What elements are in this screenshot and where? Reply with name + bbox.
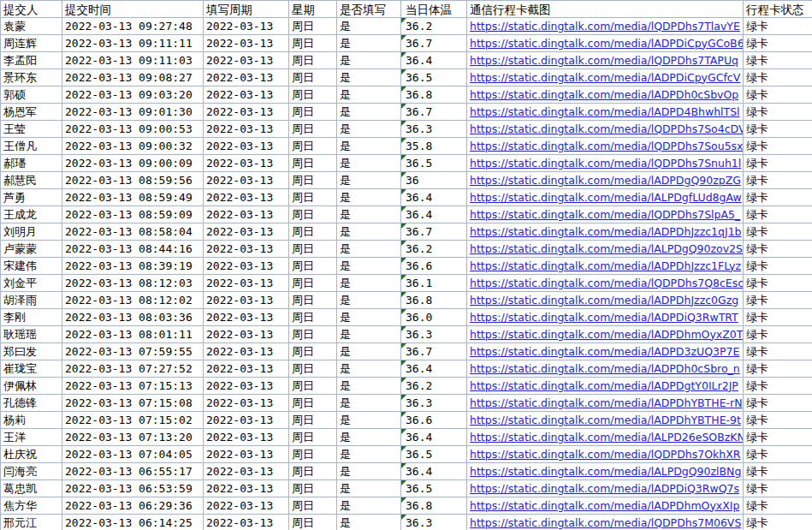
cell-temp[interactable]: 36.6	[401, 258, 467, 275]
cell-name[interactable]: 郑曰发	[1, 343, 62, 360]
cell-status[interactable]: 绿卡	[744, 52, 812, 69]
itinerary-card-link[interactable]: https://static.dingtalk.com/media/lALPDg…	[470, 242, 743, 255]
itinerary-card-link[interactable]: https://static.dingtalk.com/media/lADPDh…	[470, 499, 739, 512]
cell-temp[interactable]: 36.5	[401, 480, 467, 497]
cell-url[interactable]: https://static.dingtalk.com/media/lQDPDh…	[467, 155, 744, 172]
cell-temp[interactable]: 36.0	[401, 309, 467, 326]
itinerary-card-link[interactable]: https://static.dingtalk.com/media/lADPDi…	[470, 37, 744, 50]
cell-weekday[interactable]: 周日	[289, 258, 337, 275]
cell-time[interactable]: 2022-03-13 08:59:56	[62, 172, 204, 189]
cell-period[interactable]: 2022-03-13	[204, 360, 289, 378]
cell-temp[interactable]: 36.7	[401, 223, 467, 241]
cell-name[interactable]: 李孟阳	[1, 52, 62, 69]
cell-weekday[interactable]: 周日	[289, 360, 337, 378]
cell-url[interactable]: https://static.dingtalk.com/media/lQDPDh…	[467, 515, 744, 530]
cell-time[interactable]: 2022-03-13 09:01:30	[62, 104, 204, 121]
cell-weekday[interactable]: 周日	[289, 463, 337, 480]
cell-status[interactable]: 绿卡	[744, 206, 812, 223]
cell-temp[interactable]: 36.5	[401, 69, 467, 86]
cell-status[interactable]: 绿卡	[744, 275, 812, 292]
cell-url[interactable]: https://static.dingtalk.com/media/lALPDg…	[467, 189, 744, 206]
cell-time[interactable]: 2022-03-13 08:58:04	[62, 223, 204, 241]
cell-weekday[interactable]: 周日	[289, 326, 337, 343]
cell-temp[interactable]: 36.4	[401, 360, 467, 378]
cell-url[interactable]: https://static.dingtalk.com/media/lQDPDh…	[467, 206, 744, 223]
cell-weekday[interactable]: 周日	[289, 86, 337, 104]
cell-time[interactable]: 2022-03-13 09:08:27	[62, 69, 204, 86]
cell-filled[interactable]: 是	[337, 326, 401, 343]
cell-filled[interactable]: 是	[337, 86, 401, 104]
cell-weekday[interactable]: 周日	[289, 497, 337, 515]
cell-url[interactable]: https://static.dingtalk.com/media/lQDPDh…	[467, 446, 744, 463]
cell-time[interactable]: 2022-03-13 08:12:02	[62, 292, 204, 309]
cell-url[interactable]: https://static.dingtalk.com/media/lADPDg…	[467, 172, 744, 189]
cell-status[interactable]: 绿卡	[744, 515, 812, 530]
cell-status[interactable]: 绿卡	[744, 360, 812, 378]
cell-weekday[interactable]: 周日	[289, 480, 337, 497]
cell-temp[interactable]: 36.7	[401, 343, 467, 360]
cell-filled[interactable]: 是	[337, 429, 401, 446]
cell-temp[interactable]: 36.3	[401, 515, 467, 530]
itinerary-card-link[interactable]: https://static.dingtalk.com/media/lADPD3…	[470, 345, 739, 358]
cell-period[interactable]: 2022-03-13	[204, 343, 289, 360]
header-temp[interactable]: 当日体温	[401, 1, 467, 18]
cell-period[interactable]: 2022-03-13	[204, 378, 289, 395]
cell-status[interactable]: 绿卡	[744, 309, 812, 326]
cell-weekday[interactable]: 周日	[289, 206, 337, 223]
cell-name[interactable]: 杨莉	[1, 412, 62, 429]
cell-weekday[interactable]: 周日	[289, 104, 337, 121]
itinerary-card-link[interactable]: https://static.dingtalk.com/media/lADPDh…	[470, 259, 741, 272]
cell-time[interactable]: 2022-03-13 07:27:52	[62, 360, 204, 378]
cell-name[interactable]: 郝璠	[1, 155, 62, 172]
cell-time[interactable]: 2022-03-13 08:59:49	[62, 189, 204, 206]
cell-filled[interactable]: 是	[337, 52, 401, 69]
cell-period[interactable]: 2022-03-13	[204, 223, 289, 241]
cell-temp[interactable]: 36.8	[401, 497, 467, 515]
cell-time[interactable]: 2022-03-13 07:04:05	[62, 446, 204, 463]
cell-filled[interactable]: 是	[337, 121, 401, 138]
cell-status[interactable]: 绿卡	[744, 378, 812, 395]
cell-period[interactable]: 2022-03-13	[204, 480, 289, 497]
cell-period[interactable]: 2022-03-13	[204, 104, 289, 121]
itinerary-card-link[interactable]: https://static.dingtalk.com/media/lQDPDh…	[470, 122, 744, 135]
cell-name[interactable]: 刘金平	[1, 275, 62, 292]
cell-url[interactable]: https://static.dingtalk.com/media/lADPDi…	[467, 309, 744, 326]
cell-temp[interactable]: 36.4	[401, 189, 467, 206]
cell-time[interactable]: 2022-03-13 07:59:55	[62, 343, 204, 360]
cell-url[interactable]: https://static.dingtalk.com/media/lADPDh…	[467, 292, 744, 309]
cell-filled[interactable]: 是	[337, 497, 401, 515]
cell-period[interactable]: 2022-03-13	[204, 241, 289, 258]
cell-weekday[interactable]: 周日	[289, 412, 337, 429]
itinerary-card-link[interactable]: https://static.dingtalk.com/media/lADPDi…	[470, 311, 738, 324]
cell-period[interactable]: 2022-03-13	[204, 69, 289, 86]
cell-name[interactable]: 王僧凡	[1, 138, 62, 155]
cell-temp[interactable]: 36.3	[401, 326, 467, 343]
cell-name[interactable]: 袁蒙	[1, 18, 62, 35]
cell-status[interactable]: 绿卡	[744, 138, 812, 155]
cell-url[interactable]: https://static.dingtalk.com/media/lADPDi…	[467, 69, 744, 86]
cell-name[interactable]: 闫海亮	[1, 463, 62, 480]
cell-name[interactable]: 杨恩军	[1, 104, 62, 121]
cell-url[interactable]: https://static.dingtalk.com/media/lADPDh…	[467, 395, 744, 412]
cell-time[interactable]: 2022-03-13 09:00:53	[62, 121, 204, 138]
cell-period[interactable]: 2022-03-13	[204, 292, 289, 309]
cell-period[interactable]: 2022-03-13	[204, 395, 289, 412]
cell-temp[interactable]: 36.5	[401, 155, 467, 172]
cell-weekday[interactable]: 周日	[289, 155, 337, 172]
cell-period[interactable]: 2022-03-13	[204, 275, 289, 292]
header-time[interactable]: 提交时间	[62, 1, 204, 18]
cell-temp[interactable]: 36.2	[401, 378, 467, 395]
cell-weekday[interactable]: 周日	[289, 223, 337, 241]
cell-filled[interactable]: 是	[337, 412, 401, 429]
cell-weekday[interactable]: 周日	[289, 292, 337, 309]
cell-time[interactable]: 2022-03-13 09:27:48	[62, 18, 204, 35]
cell-time[interactable]: 2022-03-13 09:00:09	[62, 155, 204, 172]
cell-period[interactable]: 2022-03-13	[204, 309, 289, 326]
itinerary-card-link[interactable]: https://static.dingtalk.com/media/lADPDh…	[470, 88, 738, 101]
cell-weekday[interactable]: 周日	[289, 69, 337, 86]
cell-name[interactable]: 王莹	[1, 121, 62, 138]
cell-filled[interactable]: 是	[337, 258, 401, 275]
cell-url[interactable]: https://static.dingtalk.com/media/lQDPDh…	[467, 52, 744, 69]
cell-filled[interactable]: 是	[337, 241, 401, 258]
cell-weekday[interactable]: 周日	[289, 241, 337, 258]
